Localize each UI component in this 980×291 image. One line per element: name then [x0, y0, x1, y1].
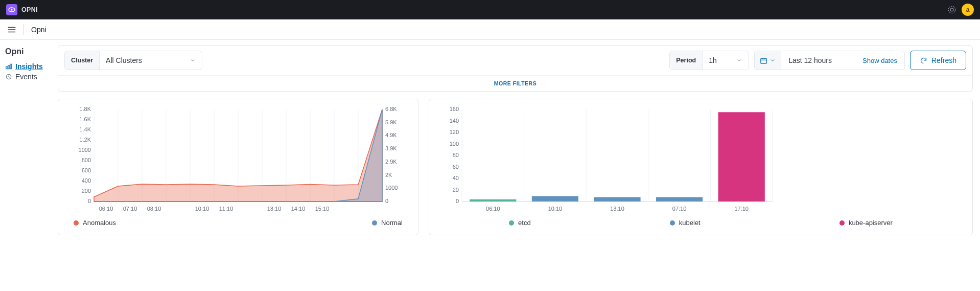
legend-label: kubelet	[679, 219, 701, 227]
svg-text:07:10: 07:10	[123, 206, 137, 212]
help-icon[interactable]	[947, 5, 956, 14]
svg-text:1.4K: 1.4K	[79, 126, 91, 132]
clock-icon	[5, 73, 12, 80]
charts-row: 020040060080010001.2K1.4K1.6K1.8K010002K…	[58, 99, 973, 235]
sidebar-item-label: Insights	[15, 62, 43, 71]
refresh-label: Refresh	[931, 56, 956, 64]
show-dates-link[interactable]: Show dates	[862, 57, 897, 64]
svg-text:1000: 1000	[79, 147, 91, 153]
svg-text:60: 60	[453, 164, 459, 170]
svg-text:100: 100	[450, 141, 459, 147]
svg-text:14:10: 14:10	[291, 206, 306, 212]
svg-rect-6	[10, 64, 11, 69]
body: Opni Insights Events Cluster All Cluster…	[0, 40, 980, 245]
svg-text:10:10: 10:10	[195, 206, 209, 212]
sidebar-item-insights[interactable]: Insights	[5, 61, 53, 72]
legend-kube-apiserver[interactable]: kube-apiserver	[839, 219, 893, 227]
legend-dot	[839, 220, 845, 226]
svg-text:3.9K: 3.9K	[385, 145, 397, 151]
chevron-down-icon	[769, 57, 776, 63]
svg-text:07:10: 07:10	[672, 206, 687, 212]
legend-dot	[509, 220, 514, 226]
svg-rect-5	[8, 65, 9, 69]
chevron-down-icon	[190, 57, 196, 63]
svg-text:2.9K: 2.9K	[385, 159, 397, 165]
legend-label: kube-apiserver	[849, 219, 893, 227]
top-header: OPNI a	[0, 0, 980, 19]
anomaly-chart: 020040060080010001.2K1.4K1.6K1.8K010002K…	[74, 106, 403, 214]
date-range-text: Last 12 hours	[788, 56, 832, 64]
svg-rect-66	[470, 199, 516, 202]
anomaly-legend: Anomalous Normal	[74, 219, 403, 227]
legend-etcd[interactable]: etcd	[509, 219, 531, 227]
legend-normal[interactable]: Normal	[372, 219, 403, 227]
svg-text:11:10: 11:10	[219, 206, 234, 212]
svg-text:0: 0	[385, 198, 388, 204]
svg-text:06:10: 06:10	[99, 206, 113, 212]
filter-panel: Cluster All Clusters Period 1h	[58, 45, 973, 92]
chevron-down-icon	[736, 57, 742, 63]
legend-anomalous[interactable]: Anomalous	[74, 219, 116, 227]
cluster-select[interactable]: Cluster All Clusters	[64, 51, 202, 70]
period-value[interactable]: 1h	[703, 51, 749, 70]
top-header-left: OPNI	[6, 4, 38, 15]
svg-rect-4	[6, 66, 7, 69]
insights-icon	[5, 63, 12, 70]
legend-label: Normal	[381, 219, 403, 227]
period-value-text: 1h	[709, 56, 717, 64]
period-select[interactable]: Period 1h	[669, 51, 749, 70]
product-name: OPNI	[21, 6, 38, 13]
svg-text:17:10: 17:10	[734, 206, 749, 212]
svg-text:06:10: 06:10	[486, 206, 500, 212]
cluster-value-text: All Clusters	[106, 56, 142, 64]
more-filters-link[interactable]: MORE FILTERS	[494, 80, 536, 86]
cluster-label: Cluster	[65, 51, 100, 70]
svg-text:15:10: 15:10	[315, 206, 330, 212]
svg-text:10:10: 10:10	[548, 206, 563, 212]
workload-chart-svg: 02040608010012014016006:1010:1013:1007:1…	[445, 106, 776, 214]
calendar-icon	[760, 57, 767, 64]
nav-toggle-icon[interactable]	[7, 25, 16, 34]
legend-dot	[372, 220, 377, 226]
date-display: Last 12 hours Show dates	[781, 51, 904, 70]
svg-text:1.2K: 1.2K	[79, 137, 91, 143]
calendar-button[interactable]	[755, 51, 781, 70]
sidebar-item-events[interactable]: Events	[5, 72, 53, 82]
top-header-right: a	[947, 4, 974, 16]
svg-text:600: 600	[82, 167, 91, 173]
filter-row: Cluster All Clusters Period 1h	[58, 46, 972, 75]
anomaly-chart-panel: 020040060080010001.2K1.4K1.6K1.8K010002K…	[58, 99, 418, 235]
svg-text:1.6K: 1.6K	[79, 116, 91, 122]
filter-left: Cluster All Clusters	[64, 51, 202, 70]
more-filters: MORE FILTERS	[58, 75, 972, 91]
cluster-value[interactable]: All Clusters	[100, 51, 202, 70]
refresh-button[interactable]: Refresh	[910, 51, 966, 70]
svg-text:5.9K: 5.9K	[385, 119, 397, 125]
anomaly-chart-svg: 020040060080010001.2K1.4K1.6K1.8K010002K…	[74, 106, 403, 214]
avatar[interactable]: a	[962, 4, 974, 16]
svg-point-2	[948, 6, 955, 13]
legend-dot	[74, 220, 79, 226]
svg-rect-8	[761, 58, 766, 63]
avatar-initial: a	[966, 6, 970, 13]
legend-label: Anomalous	[83, 219, 116, 227]
svg-text:20: 20	[453, 187, 459, 193]
svg-text:4.9K: 4.9K	[385, 132, 397, 138]
legend-label: etcd	[518, 219, 531, 227]
sub-header: Opni	[0, 19, 980, 40]
svg-text:160: 160	[450, 106, 459, 112]
svg-point-1	[11, 9, 12, 10]
svg-text:1.8K: 1.8K	[79, 106, 91, 112]
legend-kubelet[interactable]: kubelet	[670, 219, 701, 227]
workload-chart: 02040608010012014016006:1010:1013:1007:1…	[445, 106, 957, 214]
svg-text:13:10: 13:10	[267, 206, 282, 212]
sidebar-item-label: Events	[15, 73, 37, 81]
eye-icon	[8, 6, 16, 14]
svg-text:0: 0	[88, 198, 91, 204]
svg-text:0: 0	[456, 198, 459, 204]
product-logo	[6, 4, 17, 15]
breadcrumb: Opni	[31, 26, 46, 34]
date-range-picker[interactable]: Last 12 hours Show dates	[754, 51, 905, 70]
svg-text:140: 140	[450, 118, 459, 124]
svg-text:800: 800	[82, 157, 91, 163]
